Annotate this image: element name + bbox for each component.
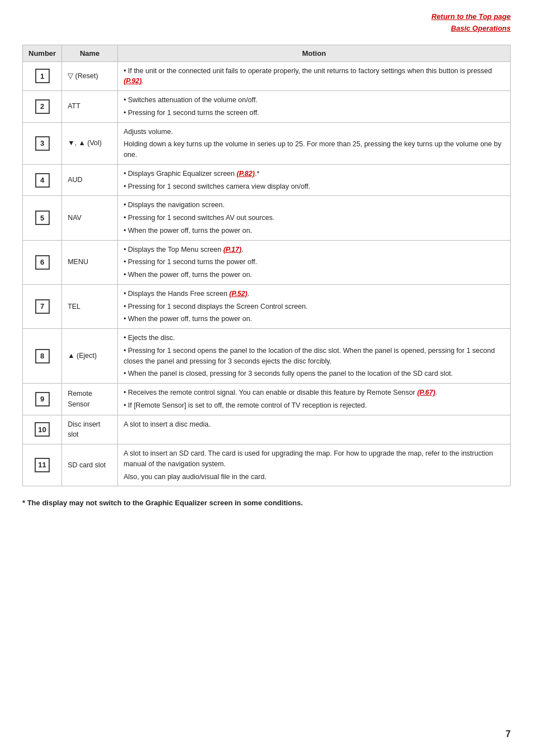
row-name: AUD <box>62 164 118 196</box>
row-number: 6 <box>23 240 62 284</box>
row-name: ▽ (Reset) <box>62 61 118 91</box>
row-number: 3 <box>23 122 62 164</box>
table-row: 3▼, ▲ (Vol)Adjusts volume.Holding down a… <box>23 122 511 164</box>
row-name: NAV <box>62 196 118 240</box>
row-number: 7 <box>23 284 62 328</box>
ref-link[interactable]: (P.52) <box>229 290 247 298</box>
row-number: 11 <box>23 444 62 486</box>
row-name: ▲ (Eject) <box>62 329 118 384</box>
row-motion: • If the unit or the connected unit fail… <box>118 61 511 91</box>
header-links: Return to the Top page Basic Operations <box>22 11 511 35</box>
table-row: 9Remote Sensor• Receives the remote cont… <box>23 384 511 415</box>
row-number: 2 <box>23 91 62 123</box>
ref-link[interactable]: (P.92) <box>123 77 141 85</box>
row-motion: A slot to insert a disc media. <box>118 415 511 444</box>
basic-operations-link[interactable]: Basic Operations <box>22 23 511 35</box>
row-name: Disc insert slot <box>62 415 118 444</box>
row-number: 9 <box>23 384 62 415</box>
row-motion: • Ejects the disc.• Pressing for 1 secon… <box>118 329 511 384</box>
table-row: 6MENU• Displays the Top Menu screen (P.1… <box>23 240 511 284</box>
row-motion: A slot to insert an SD card. The card is… <box>118 444 511 486</box>
operations-table: Number Name Motion 1▽ (Reset)• If the un… <box>22 45 511 487</box>
footnote-text: * The display may not switch to the Grap… <box>22 499 511 507</box>
row-number: 4 <box>23 164 62 196</box>
table-row: 7TEL• Displays the Hands Free screen (P.… <box>23 284 511 328</box>
page-number: 7 <box>506 729 511 739</box>
row-number: 10 <box>23 415 62 444</box>
row-motion: Adjusts volume.Holding down a key turns … <box>118 122 511 164</box>
return-top-link[interactable]: Return to the Top page <box>22 11 511 23</box>
row-motion: • Displays the navigation screen.• Press… <box>118 196 511 240</box>
row-number: 1 <box>23 61 62 91</box>
ref-link[interactable]: (P.17) <box>223 246 241 253</box>
row-motion: • Switches attenuation of the volume on/… <box>118 91 511 123</box>
col-motion: Motion <box>118 45 511 61</box>
row-number: 8 <box>23 329 62 384</box>
col-number: Number <box>23 45 62 61</box>
table-row: 1▽ (Reset)• If the unit or the connected… <box>23 61 511 91</box>
table-row: 11SD card slotA slot to insert an SD car… <box>23 444 511 486</box>
ref-link[interactable]: (P.82) <box>237 170 255 178</box>
table-row: 8▲ (Eject)• Ejects the disc.• Pressing f… <box>23 329 511 384</box>
row-name: MENU <box>62 240 118 284</box>
row-motion: • Displays Graphic Equalizer screen (P.8… <box>118 164 511 196</box>
table-row: 10Disc insert slotA slot to insert a dis… <box>23 415 511 444</box>
col-name: Name <box>62 45 118 61</box>
row-motion: • Displays the Top Menu screen (P.17).• … <box>118 240 511 284</box>
row-name: Remote Sensor <box>62 384 118 415</box>
ref-link[interactable]: (P.67) <box>417 389 435 396</box>
row-motion: • Displays the Hands Free screen (P.52).… <box>118 284 511 328</box>
row-number: 5 <box>23 196 62 240</box>
row-motion: • Receives the remote control signal. Yo… <box>118 384 511 415</box>
table-row: 2ATT• Switches attenuation of the volume… <box>23 91 511 123</box>
row-name: ▼, ▲ (Vol) <box>62 122 118 164</box>
table-row: 4AUD• Displays Graphic Equalizer screen … <box>23 164 511 196</box>
table-row: 5NAV• Displays the navigation screen.• P… <box>23 196 511 240</box>
row-name: SD card slot <box>62 444 118 486</box>
row-name: ATT <box>62 91 118 123</box>
row-name: TEL <box>62 284 118 328</box>
